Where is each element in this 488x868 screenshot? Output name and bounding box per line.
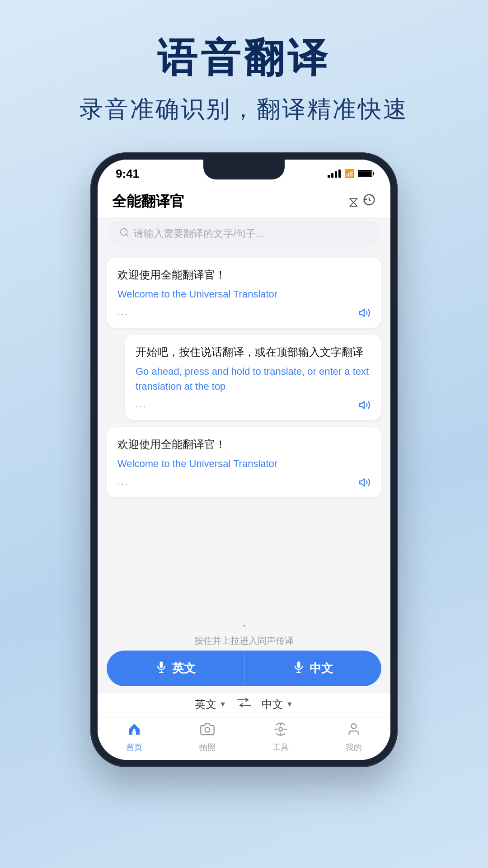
nav-label-tools: 工具 — [272, 742, 289, 753]
dots-1: ··· — [117, 309, 129, 319]
record-buttons: 英文 中文 — [107, 651, 381, 686]
tools-icon — [273, 722, 288, 740]
camera-icon — [200, 722, 215, 740]
record-btn-zh[interactable]: 中文 — [244, 651, 382, 686]
mic-icon-en — [155, 660, 168, 676]
lang-right-dropdown: ▼ — [286, 700, 293, 708]
nav-item-camera[interactable]: 拍照 — [199, 722, 216, 753]
nav-label-camera: 拍照 — [199, 742, 216, 753]
dots-3: ··· — [117, 478, 129, 489]
battery-icon — [358, 170, 372, 177]
nav-item-tools[interactable]: 工具 — [272, 722, 289, 753]
home-icon — [127, 722, 141, 740]
bottom-nav: 首页 拍照 — [98, 717, 390, 760]
message-cn-1: 欢迎使用全能翻译官！ — [117, 267, 371, 283]
message-bubble-2: 开始吧，按住说话翻译，或在顶部输入文字翻译 Go ahead, press an… — [125, 335, 381, 420]
speaker-icon-1[interactable] — [359, 307, 371, 321]
svg-line-1 — [126, 234, 128, 236]
lang-left[interactable]: 英文 ▼ — [195, 697, 226, 712]
mic-icon-zh — [292, 660, 305, 676]
app-title: 全能翻译官 — [112, 192, 184, 212]
wifi-icon: 📶 — [344, 169, 354, 179]
svg-marker-4 — [360, 479, 364, 486]
lang-left-label: 英文 — [195, 697, 216, 712]
nav-item-profile[interactable]: 我的 — [346, 722, 362, 753]
svg-marker-3 — [360, 401, 364, 408]
swap-icon[interactable] — [237, 697, 251, 711]
lang-left-dropdown: ▼ — [219, 700, 226, 708]
record-label-zh: 中文 — [310, 660, 333, 676]
page-header: 语音翻译 录音准确识别，翻译精准快速 — [80, 36, 408, 125]
nav-label-profile: 我的 — [346, 742, 362, 753]
svg-rect-8 — [297, 661, 300, 668]
page-subtitle: 录音准确识别，翻译精准快速 — [80, 94, 408, 125]
message-en-1: Welcome to the Universal Translator — [117, 287, 371, 302]
history-icon[interactable]: ⧖ — [348, 193, 376, 210]
nav-label-home: 首页 — [126, 742, 142, 753]
search-icon — [119, 227, 129, 240]
lang-right-label: 中文 — [262, 697, 283, 712]
notch — [203, 160, 285, 179]
message-footer-1: ··· — [117, 307, 371, 321]
dots-2: ··· — [136, 401, 147, 411]
svg-marker-2 — [360, 309, 364, 316]
signal-icon — [328, 170, 341, 178]
message-bubble-3: 欢迎使用全能翻译官！ Welcome to the Universal Tran… — [107, 427, 381, 497]
message-en-3: Welcome to the Universal Translator — [117, 456, 371, 471]
hint-arrow-icon: ⌃ — [98, 623, 390, 633]
speaker-icon-3[interactable] — [359, 476, 371, 491]
app-header: 全能翻译官 ⧖ — [98, 184, 390, 217]
record-btn-en[interactable]: 英文 — [107, 651, 244, 686]
speaker-icon-2[interactable] — [359, 399, 371, 414]
message-footer-2: ··· — [136, 399, 371, 414]
phone-screen: 9:41 📶 全能翻译官 ⧖ — [98, 160, 390, 760]
status-icons: 📶 — [328, 169, 372, 179]
message-en-2: Go ahead, press and hold to translate, o… — [136, 364, 371, 394]
message-footer-3: ··· — [117, 476, 371, 491]
profile-icon — [347, 722, 361, 740]
svg-point-11 — [133, 728, 135, 731]
hint-text: 按住并上拉进入同声传译 — [194, 636, 294, 646]
search-placeholder: 请输入需要翻译的文字/句子... — [134, 227, 264, 241]
message-cn-3: 欢迎使用全能翻译官！ — [117, 436, 371, 453]
language-selector: 英文 ▼ 中文 ▼ — [98, 693, 390, 717]
record-label-en: 英文 — [172, 660, 196, 676]
page-title: 语音翻译 — [80, 36, 408, 80]
svg-rect-5 — [160, 661, 163, 668]
chat-area: 欢迎使用全能翻译官！ Welcome to the Universal Tran… — [98, 254, 390, 621]
message-cn-2: 开始吧，按住说话翻译，或在顶部输入文字翻译 — [136, 344, 371, 360]
svg-point-12 — [205, 727, 210, 732]
simultaneous-hint: ⌃ 按住并上拉进入同声传译 — [98, 621, 390, 651]
svg-point-18 — [352, 724, 357, 729]
svg-point-13 — [279, 727, 282, 731]
status-time: 9:41 — [116, 167, 139, 181]
svg-point-0 — [121, 229, 127, 236]
search-bar[interactable]: 请输入需要翻译的文字/句子... — [108, 221, 380, 247]
nav-item-home[interactable]: 首页 — [126, 722, 142, 753]
phone-wrapper: 9:41 📶 全能翻译官 ⧖ — [90, 152, 398, 767]
phone-frame: 9:41 📶 全能翻译官 ⧖ — [90, 152, 398, 767]
lang-right[interactable]: 中文 ▼ — [262, 697, 293, 712]
message-bubble-1: 欢迎使用全能翻译官！ Welcome to the Universal Tran… — [107, 258, 381, 328]
